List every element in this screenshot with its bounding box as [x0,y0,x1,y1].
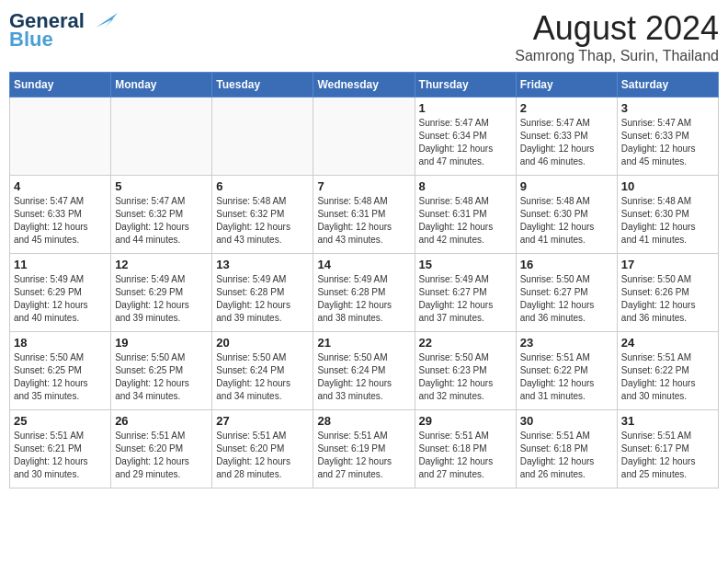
day-number: 22 [419,336,512,350]
day-number: 16 [520,258,613,271]
calendar-cell: 25Sunrise: 5:51 AM Sunset: 6:21 PM Dayli… [10,410,111,488]
day-info: Sunrise: 5:48 AM Sunset: 6:30 PM Dayligh… [520,195,613,247]
day-info: Sunrise: 5:51 AM Sunset: 6:18 PM Dayligh… [520,430,613,481]
calendar-week-row: 25Sunrise: 5:51 AM Sunset: 6:21 PM Dayli… [10,410,719,488]
calendar-cell: 16Sunrise: 5:50 AM Sunset: 6:27 PM Dayli… [516,254,617,332]
calendar-week-row: 11Sunrise: 5:49 AM Sunset: 6:29 PM Dayli… [10,254,719,332]
day-info: Sunrise: 5:47 AM Sunset: 6:33 PM Dayligh… [14,195,107,247]
day-of-week-header: Monday [111,73,212,98]
calendar-cell: 21Sunrise: 5:50 AM Sunset: 6:24 PM Dayli… [313,332,415,410]
calendar-cell: 2Sunrise: 5:47 AM Sunset: 6:33 PM Daylig… [516,98,617,176]
day-number: 25 [14,414,107,428]
calendar-cell: 1Sunrise: 5:47 AM Sunset: 6:34 PM Daylig… [415,98,516,176]
day-number: 7 [317,179,410,193]
day-info: Sunrise: 5:47 AM Sunset: 6:32 PM Dayligh… [115,195,208,247]
calendar-cell: 19Sunrise: 5:50 AM Sunset: 6:25 PM Dayli… [111,332,212,410]
calendar-cell: 24Sunrise: 5:51 AM Sunset: 6:22 PM Dayli… [617,332,718,410]
calendar-cell: 20Sunrise: 5:50 AM Sunset: 6:24 PM Dayli… [212,332,313,410]
calendar-week-row: 18Sunrise: 5:50 AM Sunset: 6:25 PM Dayli… [10,332,719,410]
day-of-week-header: Wednesday [313,73,415,98]
calendar-week-row: 4Sunrise: 5:47 AM Sunset: 6:33 PM Daylig… [10,176,719,254]
calendar-cell: 23Sunrise: 5:51 AM Sunset: 6:22 PM Dayli… [516,332,617,410]
day-number: 27 [216,414,309,428]
calendar-cell: 28Sunrise: 5:51 AM Sunset: 6:19 PM Dayli… [313,410,415,488]
calendar-cell: 12Sunrise: 5:49 AM Sunset: 6:29 PM Dayli… [111,254,212,332]
calendar-cell: 27Sunrise: 5:51 AM Sunset: 6:20 PM Dayli… [212,410,313,488]
day-info: Sunrise: 5:47 AM Sunset: 6:33 PM Dayligh… [621,117,714,168]
logo-bird-icon [88,11,118,31]
calendar-cell: 17Sunrise: 5:50 AM Sunset: 6:26 PM Dayli… [617,254,718,332]
day-info: Sunrise: 5:50 AM Sunset: 6:23 PM Dayligh… [419,351,512,403]
day-number: 17 [621,258,714,271]
calendar-cell: 6Sunrise: 5:48 AM Sunset: 6:32 PM Daylig… [212,176,313,254]
day-info: Sunrise: 5:50 AM Sunset: 6:25 PM Dayligh… [14,351,107,403]
calendar-cell: 4Sunrise: 5:47 AM Sunset: 6:33 PM Daylig… [10,176,111,254]
day-of-week-header: Sunday [10,73,111,98]
day-number: 28 [317,414,410,428]
day-number: 5 [115,179,208,193]
day-info: Sunrise: 5:50 AM Sunset: 6:25 PM Dayligh… [115,351,208,403]
day-number: 12 [115,258,208,271]
day-number: 6 [216,179,309,193]
day-number: 19 [115,336,208,350]
day-info: Sunrise: 5:48 AM Sunset: 6:31 PM Dayligh… [419,195,512,247]
page-header: General Blue August 2024 Samrong Thap, S… [9,9,719,64]
day-number: 2 [520,101,613,115]
day-info: Sunrise: 5:48 AM Sunset: 6:30 PM Dayligh… [621,195,714,247]
day-of-week-header: Saturday [617,73,718,98]
day-number: 13 [216,258,309,271]
month-year-title: August 2024 [515,9,719,48]
day-info: Sunrise: 5:51 AM Sunset: 6:18 PM Dayligh… [419,430,512,481]
day-number: 1 [419,101,512,115]
svg-marker-0 [96,13,118,28]
day-number: 15 [419,258,512,271]
day-number: 29 [419,414,512,428]
day-number: 10 [621,179,714,193]
day-number: 8 [419,179,512,193]
day-info: Sunrise: 5:49 AM Sunset: 6:29 PM Dayligh… [14,273,107,325]
day-info: Sunrise: 5:51 AM Sunset: 6:22 PM Dayligh… [621,351,714,403]
calendar-header-row: SundayMondayTuesdayWednesdayThursdayFrid… [10,73,719,98]
day-number: 4 [14,179,107,193]
day-of-week-header: Thursday [415,73,516,98]
calendar-table: SundayMondayTuesdayWednesdayThursdayFrid… [9,72,719,488]
logo: General Blue [9,9,118,52]
day-info: Sunrise: 5:49 AM Sunset: 6:27 PM Dayligh… [419,273,512,325]
day-info: Sunrise: 5:47 AM Sunset: 6:33 PM Dayligh… [520,117,613,168]
day-of-week-header: Friday [516,73,617,98]
day-number: 30 [520,414,613,428]
calendar-cell: 29Sunrise: 5:51 AM Sunset: 6:18 PM Dayli… [415,410,516,488]
calendar-cell: 10Sunrise: 5:48 AM Sunset: 6:30 PM Dayli… [617,176,718,254]
day-info: Sunrise: 5:49 AM Sunset: 6:28 PM Dayligh… [216,273,309,325]
day-number: 11 [14,258,107,271]
day-info: Sunrise: 5:50 AM Sunset: 6:26 PM Dayligh… [621,273,714,325]
day-number: 14 [317,258,410,271]
day-number: 21 [317,336,410,350]
day-info: Sunrise: 5:48 AM Sunset: 6:31 PM Dayligh… [317,195,410,247]
day-info: Sunrise: 5:51 AM Sunset: 6:20 PM Dayligh… [115,430,208,481]
calendar-title-area: August 2024 Samrong Thap, Surin, Thailan… [515,9,719,64]
day-info: Sunrise: 5:49 AM Sunset: 6:29 PM Dayligh… [115,273,208,325]
day-info: Sunrise: 5:51 AM Sunset: 6:20 PM Dayligh… [216,430,309,481]
day-info: Sunrise: 5:51 AM Sunset: 6:21 PM Dayligh… [14,430,107,481]
day-info: Sunrise: 5:50 AM Sunset: 6:27 PM Dayligh… [520,273,613,325]
day-info: Sunrise: 5:51 AM Sunset: 6:22 PM Dayligh… [520,351,613,403]
calendar-cell: 14Sunrise: 5:49 AM Sunset: 6:28 PM Dayli… [313,254,415,332]
calendar-cell [10,98,111,176]
day-number: 3 [621,101,714,115]
day-info: Sunrise: 5:50 AM Sunset: 6:24 PM Dayligh… [317,351,410,403]
calendar-cell: 3Sunrise: 5:47 AM Sunset: 6:33 PM Daylig… [617,98,718,176]
calendar-week-row: 1Sunrise: 5:47 AM Sunset: 6:34 PM Daylig… [10,98,719,176]
calendar-cell: 31Sunrise: 5:51 AM Sunset: 6:17 PM Dayli… [617,410,718,488]
day-info: Sunrise: 5:51 AM Sunset: 6:19 PM Dayligh… [317,430,410,481]
day-info: Sunrise: 5:47 AM Sunset: 6:34 PM Dayligh… [419,117,512,168]
calendar-cell: 13Sunrise: 5:49 AM Sunset: 6:28 PM Dayli… [212,254,313,332]
calendar-cell: 11Sunrise: 5:49 AM Sunset: 6:29 PM Dayli… [10,254,111,332]
calendar-cell [212,98,313,176]
calendar-cell: 7Sunrise: 5:48 AM Sunset: 6:31 PM Daylig… [313,176,415,254]
calendar-cell: 26Sunrise: 5:51 AM Sunset: 6:20 PM Dayli… [111,410,212,488]
calendar-cell [313,98,415,176]
day-number: 20 [216,336,309,350]
location-subtitle: Samrong Thap, Surin, Thailand [515,48,719,64]
calendar-cell: 18Sunrise: 5:50 AM Sunset: 6:25 PM Dayli… [10,332,111,410]
